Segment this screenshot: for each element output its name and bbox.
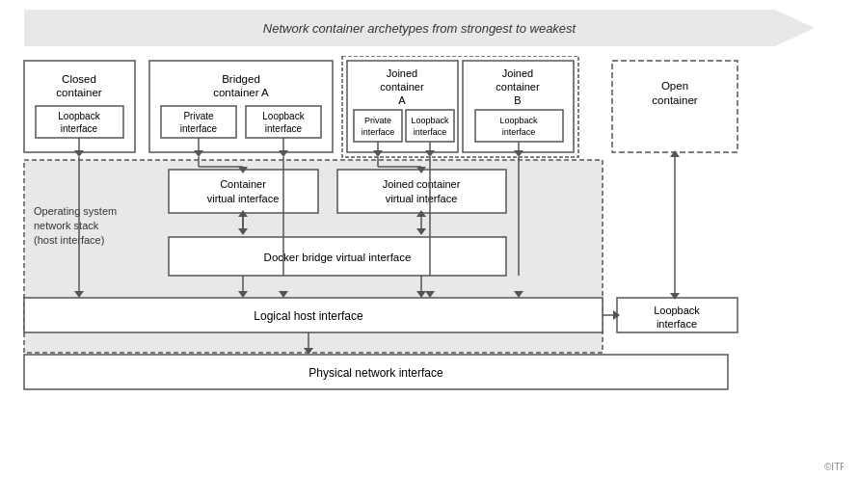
svg-rect-35: [475, 110, 563, 142]
svg-text:interface: interface: [362, 127, 395, 137]
diagram-container: Network container archetypes from strong…: [0, 0, 858, 504]
svg-marker-44: [514, 150, 523, 157]
arrow-label: Network container archetypes from strong…: [263, 21, 576, 36]
svg-text:Joined: Joined: [502, 67, 533, 79]
svg-text:Joined container: Joined container: [383, 178, 461, 190]
svg-text:Loopback: Loopback: [411, 116, 449, 125]
svg-text:virtual interface: virtual interface: [386, 193, 458, 204]
svg-text:container: container: [652, 94, 697, 106]
svg-text:Private: Private: [183, 111, 214, 121]
svg-marker-18: [194, 150, 203, 157]
svg-text:interface: interface: [180, 123, 218, 134]
svg-text:Closed: Closed: [62, 73, 96, 85]
svg-text:Loopback: Loopback: [654, 305, 700, 316]
svg-text:B: B: [514, 94, 521, 106]
svg-text:©ITPUB博客: ©ITPUB博客: [824, 462, 844, 472]
svg-text:Open: Open: [661, 80, 688, 92]
svg-marker-7: [74, 150, 84, 157]
svg-text:interface: interface: [265, 123, 303, 134]
svg-text:Logical host interface: Logical host interface: [254, 309, 363, 323]
svg-text:interface: interface: [502, 127, 536, 137]
svg-text:Physical network interface: Physical network interface: [308, 366, 443, 380]
svg-text:A: A: [398, 94, 406, 106]
svg-text:Private: Private: [364, 116, 391, 125]
strength-arrow: Network container archetypes from strong…: [24, 10, 815, 46]
svg-text:virtual interface: virtual interface: [207, 193, 280, 204]
svg-text:container: container: [56, 87, 101, 98]
svg-text:Container: Container: [220, 178, 266, 190]
arrow-row: Network container archetypes from strong…: [14, 10, 844, 46]
svg-text:network stack: network stack: [34, 220, 99, 231]
svg-marker-20: [279, 150, 288, 157]
svg-text:Loopback: Loopback: [58, 111, 100, 121]
svg-text:container: container: [496, 81, 540, 93]
svg-text:Loopback: Loopback: [262, 111, 305, 121]
svg-text:interface: interface: [414, 127, 447, 137]
svg-text:Bridged: Bridged: [222, 73, 260, 85]
svg-text:interface: interface: [657, 318, 697, 330]
svg-text:Joined: Joined: [387, 67, 417, 79]
svg-text:container A: container A: [213, 87, 269, 98]
svg-text:Loopback: Loopback: [499, 116, 538, 125]
svg-rect-28: [406, 110, 454, 142]
svg-rect-56: [337, 170, 506, 213]
svg-text:container: container: [380, 81, 424, 93]
svg-rect-45: [612, 61, 737, 152]
svg-marker-42: [425, 150, 435, 157]
svg-marker-40: [373, 150, 383, 157]
svg-rect-53: [169, 170, 318, 213]
svg-text:Docker bridge virtual interfac: Docker bridge virtual interface: [264, 252, 412, 263]
svg-text:Operating system: Operating system: [34, 205, 117, 217]
svg-rect-25: [354, 110, 402, 142]
svg-text:interface: interface: [61, 123, 98, 134]
svg-text:(host interface): (host interface): [34, 234, 104, 246]
